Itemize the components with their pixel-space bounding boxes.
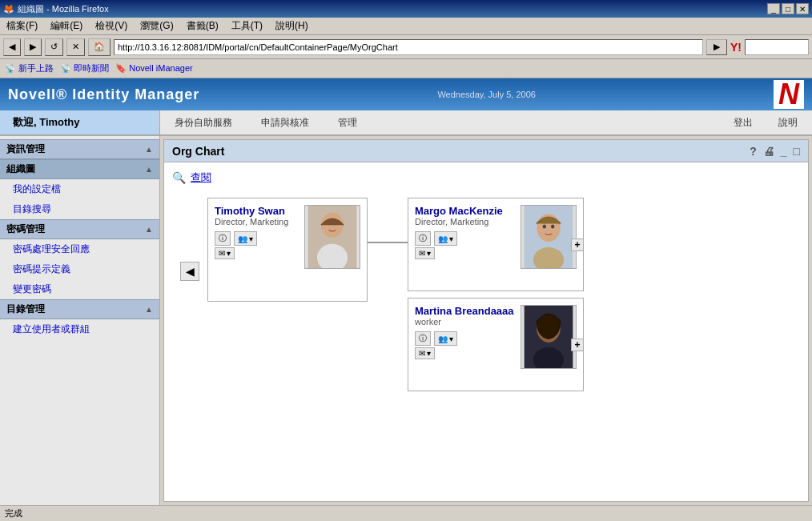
tab-help[interactable]: 說明 (772, 113, 804, 133)
title-bar: 🦊 組織圖 - Mozilla Firefox _ □ ✕ (0, 0, 812, 18)
window-title: 組織圖 - Mozilla Firefox (18, 3, 109, 15)
right-info-button-1[interactable]: ⓘ (415, 331, 431, 346)
search-icon: 🔍 (172, 171, 186, 184)
search-bar: 🔍 查閱 (172, 170, 800, 185)
tab-approval[interactable]: 申請與核准 (255, 113, 316, 133)
main-email-button[interactable]: ✉ ▾ (215, 247, 235, 259)
sidebar-section-info-label: 資訊管理 (6, 142, 45, 156)
sidebar-item-pwd-hint[interactable]: 密碼提示定義 (0, 259, 159, 279)
bookmark-newbie[interactable]: 📡 新手上路 (5, 62, 54, 74)
bookmark-imanager[interactable]: 🔖 Novell iManager (115, 63, 193, 74)
search-link[interactable]: 查閱 (191, 170, 211, 185)
expand-button-0[interactable]: + (571, 238, 584, 251)
right-org-button-0[interactable]: 👥 ▾ (434, 231, 457, 246)
right-person-photo-svg-1 (521, 306, 576, 368)
org-chart-container: ◀ Timothy Swan Director, Marketing (180, 198, 800, 391)
bookmark-news[interactable]: 📡 即時新聞 (60, 62, 109, 74)
main-person-photo (304, 205, 360, 269)
search-engine-logo: Y! (730, 41, 742, 54)
tab-logout[interactable]: 登出 (727, 113, 759, 133)
tab-self-service[interactable]: 身份自助服務 (168, 113, 239, 133)
org-chart-body: 🔍 查閱 ◀ Timothy Swan Director, Marketing (164, 162, 808, 501)
right-card-inner-1: Martina Breandaaaa worker (408, 299, 583, 391)
tab-management[interactable]: 管理 (332, 113, 364, 133)
right-email-button-0[interactable]: ✉ ▾ (415, 247, 435, 259)
svg-point-8 (543, 224, 546, 228)
right-person-photo-0 (521, 205, 577, 269)
rss-news-icon: 📡 (60, 63, 71, 73)
dropdown-icon-0: ▾ (449, 234, 453, 243)
sidebar-item-change-pwd[interactable]: 變更密碼 (0, 279, 159, 299)
email-icon-0: ✉ (419, 249, 425, 258)
left-arrow-button[interactable]: ◀ (180, 262, 199, 281)
sidebar-section-org-label: 組織圖 (6, 162, 35, 176)
right-person-title-0: Director, Marketing (415, 217, 519, 226)
window-controls: _ □ ✕ (767, 3, 809, 14)
bookmarks-bar: 📡 新手上路 📡 即時新聞 🔖 Novell iManager (0, 59, 812, 78)
menu-help[interactable]: 說明(H) (272, 19, 312, 33)
right-person-title-1: worker (415, 317, 519, 327)
menu-edit[interactable]: 編輯(E) (47, 19, 86, 33)
right-card-buttons-row1-0: ⓘ 👥 ▾ (415, 231, 519, 246)
sidebar-section-password[interactable]: 密碼管理 ▲ (0, 219, 159, 239)
main-person-photo-svg (305, 206, 360, 268)
right-card-buttons-row1-1: ⓘ 👥 ▾ (415, 331, 519, 346)
top-branch-connector (368, 242, 408, 243)
right-person-card-0: Margo MacKenzie Director, Marketing (408, 198, 584, 291)
right-email-button-1[interactable]: ✉ ▾ (415, 347, 435, 359)
menu-tools[interactable]: 工具(T) (228, 19, 266, 33)
maximize-content-icon[interactable]: □ (794, 145, 800, 158)
sidebar-section-org[interactable]: 組織圖 ▲ (0, 159, 159, 179)
sidebar-section-info[interactable]: 資訊管理 ▲ (0, 139, 159, 159)
address-input[interactable] (114, 39, 703, 55)
sidebar-item-dir-search[interactable]: 目錄搜尋 (0, 199, 159, 219)
right-org-button-1[interactable]: 👥 ▾ (434, 331, 457, 346)
back-button[interactable]: ◀ (3, 38, 21, 56)
right-person-card-1: Martina Breandaaaa worker (408, 298, 584, 391)
main-info-button[interactable]: ⓘ (215, 231, 231, 246)
reload-button[interactable]: ↺ (45, 38, 63, 56)
menu-browse[interactable]: 瀏覽(G) (137, 19, 176, 33)
main-org-button[interactable]: 👥 ▾ (234, 231, 257, 246)
email-dropdown-icon: ▾ (227, 249, 231, 258)
main-person-name[interactable]: Timothy Swan (215, 205, 296, 217)
minimize-button[interactable]: _ (767, 3, 780, 14)
search-input[interactable] (745, 39, 809, 55)
forward-button[interactable]: ▶ (24, 38, 42, 56)
home-button[interactable]: 🏠 (88, 38, 111, 56)
info-icon: ⓘ (219, 233, 227, 244)
right-card-buttons-row2-0: ✉ ▾ (415, 247, 519, 259)
maximize-button[interactable]: □ (782, 3, 794, 14)
stop-button[interactable]: ✕ (66, 38, 85, 56)
minimize-content-icon[interactable]: _ (781, 145, 787, 158)
sidebar-section-dir[interactable]: 目錄管理 ▲ (0, 299, 159, 319)
rss-icon: 📡 (5, 63, 16, 73)
sidebar-item-create-user[interactable]: 建立使用者或群組 (0, 319, 159, 339)
org-icon-1: 👥 (438, 335, 448, 343)
sidebar-item-my-profile[interactable]: 我的設定檔 (0, 179, 159, 199)
main-person-title: Director, Marketing (215, 217, 296, 226)
print-icon[interactable]: 🖨 (763, 145, 774, 158)
help-icon[interactable]: ? (750, 145, 757, 158)
close-button[interactable]: ✕ (796, 3, 809, 14)
right-person-name-1[interactable]: Martina Breandaaaa (415, 305, 519, 317)
novell-brand-n: N (774, 80, 804, 109)
bookmark-icon: 🔖 (115, 63, 127, 73)
expand-button-1[interactable]: + (571, 339, 584, 351)
right-info-button-0[interactable]: ⓘ (415, 231, 431, 246)
menu-view[interactable]: 檢視(V) (92, 19, 131, 33)
status-bar: 完成 (0, 505, 812, 521)
menu-file[interactable]: 檔案(F) (3, 19, 41, 33)
browser-icon: 🦊 (3, 4, 14, 14)
email-icon-1: ✉ (419, 349, 425, 358)
email-dropdown-icon-0: ▾ (427, 249, 431, 258)
sidebar-section-dir-label: 目錄管理 (6, 303, 45, 316)
go-button[interactable]: ▶ (706, 39, 727, 55)
welcome-text: 歡迎, Timothy (0, 110, 160, 134)
org-icon-0: 👥 (438, 234, 448, 243)
right-person-name-0[interactable]: Margo MacKenzie (415, 205, 519, 217)
main-area: 資訊管理 ▲ 組織圖 ▲ 我的設定檔 目錄搜尋 密碼管理 ▲ 密碼處理安全回應 … (0, 136, 812, 505)
novell-logo: Novell® Identity Manager (8, 86, 199, 103)
sidebar-item-pwd-security[interactable]: 密碼處理安全回應 (0, 239, 159, 259)
menu-bookmarks[interactable]: 書籤(B) (183, 19, 222, 33)
